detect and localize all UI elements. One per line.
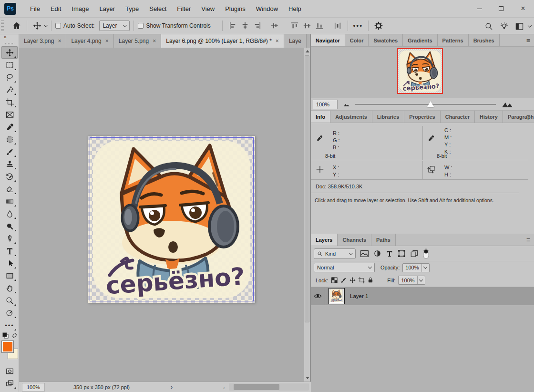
- menu-file[interactable]: File: [25, 2, 45, 15]
- chevron-down-icon[interactable]: [528, 23, 532, 27]
- blend-mode-dropdown[interactable]: Normal: [314, 263, 375, 272]
- lasso-tool[interactable]: [1, 71, 18, 83]
- distribute-horizontally-button[interactable]: [331, 20, 344, 32]
- lock-transparency-button[interactable]: [331, 277, 338, 284]
- layer-thumbnail[interactable]: [329, 289, 344, 304]
- menu-plugins[interactable]: Plugins: [220, 2, 251, 15]
- zoom-out-icon[interactable]: [343, 102, 350, 107]
- blur-tool[interactable]: [1, 207, 18, 220]
- preset-chevron-icon[interactable]: [44, 23, 48, 27]
- opacity-dropdown[interactable]: 100%: [402, 263, 429, 272]
- navigator-zoom-field[interactable]: 100%: [313, 100, 338, 109]
- magic-wand-tool[interactable]: [1, 83, 18, 96]
- navigator-zoom-slider[interactable]: [355, 104, 496, 105]
- clone-stamp-tool[interactable]: [1, 158, 18, 170]
- menu-filter[interactable]: Filter: [172, 2, 196, 15]
- tab-channels[interactable]: Channels: [338, 234, 371, 246]
- edit-toolbar-button[interactable]: •••: [1, 319, 18, 331]
- menu-help[interactable]: Help: [283, 2, 307, 15]
- distribute-bottom-edges-button[interactable]: [313, 20, 326, 32]
- panel-menu-icon[interactable]: ≡: [526, 113, 530, 120]
- filter-type-layers-button[interactable]: [386, 250, 393, 258]
- panel-menu-icon[interactable]: ≡: [526, 37, 530, 44]
- align-left-edges-button[interactable]: [226, 20, 239, 32]
- align-horizontal-centers-button[interactable]: [239, 20, 251, 32]
- crop-tool[interactable]: [1, 96, 18, 108]
- zoom-level-field[interactable]: 100%: [22, 383, 45, 392]
- document-canvas[interactable]: [88, 136, 255, 303]
- doc-tab-truncated[interactable]: Laye: [284, 34, 307, 48]
- tab-info[interactable]: Info: [311, 111, 330, 123]
- tab-properties[interactable]: Properties: [404, 111, 440, 123]
- tab-color[interactable]: Color: [345, 34, 369, 46]
- menu-layer[interactable]: Layer: [94, 2, 121, 15]
- lock-pixels-button[interactable]: [340, 277, 347, 284]
- path-selection-tool[interactable]: [1, 257, 18, 269]
- horizontal-scroll-thumb[interactable]: [234, 384, 279, 390]
- menu-edit[interactable]: Edit: [45, 2, 66, 15]
- auto-select-checkbox[interactable]: [55, 23, 61, 29]
- filter-pixel-layers-button[interactable]: [360, 250, 369, 258]
- minimize-button[interactable]: [468, 0, 490, 17]
- healing-brush-tool[interactable]: [1, 133, 18, 145]
- menu-window[interactable]: Window: [251, 2, 283, 15]
- tab-libraries[interactable]: Libraries: [372, 111, 404, 123]
- filter-smart-objects-button[interactable]: [410, 249, 419, 258]
- pen-tool[interactable]: [1, 232, 18, 245]
- default-colors-icon[interactable]: [2, 332, 9, 339]
- menu-select[interactable]: Select: [144, 2, 172, 15]
- scroll-down-icon[interactable]: [306, 377, 309, 379]
- move-tool-preset[interactable]: [31, 20, 43, 32]
- doc-tab-layer3[interactable]: Layer 3.png×: [19, 34, 66, 48]
- tab-adjustments[interactable]: Adjustments: [330, 111, 372, 123]
- more-align-options-button[interactable]: •••: [352, 20, 364, 32]
- search-button[interactable]: [483, 20, 495, 32]
- doc-tab-layer6-active[interactable]: Layer 6.png @ 100% (Layer 1, RGB/8#) *×: [161, 34, 284, 48]
- foreground-color-swatch[interactable]: [2, 341, 13, 352]
- canvas-area[interactable]: [19, 48, 304, 382]
- scroll-up-icon[interactable]: [306, 50, 309, 52]
- status-options-chevron[interactable]: ›: [171, 384, 173, 391]
- align-right-edges-button[interactable]: [251, 20, 264, 32]
- screen-mode-button[interactable]: [1, 377, 18, 390]
- menu-type[interactable]: Type: [120, 2, 144, 15]
- lock-position-button[interactable]: [349, 277, 356, 284]
- filter-shape-layers-button[interactable]: [398, 249, 406, 258]
- quick-mask-button[interactable]: [1, 365, 18, 377]
- tab-history[interactable]: History: [475, 111, 503, 123]
- show-transform-checkbox[interactable]: [138, 23, 144, 29]
- layer-visibility-toggle[interactable]: [311, 287, 325, 305]
- fill-dropdown[interactable]: 100%: [398, 276, 425, 285]
- lock-artboard-button[interactable]: [358, 277, 365, 284]
- tab-gradients[interactable]: Gradients: [403, 34, 437, 46]
- close-button[interactable]: ×: [512, 0, 534, 17]
- menu-view[interactable]: View: [196, 2, 220, 15]
- zoom-slider-thumb[interactable]: [427, 101, 434, 107]
- type-tool[interactable]: [1, 245, 18, 257]
- move-tool[interactable]: [1, 46, 18, 59]
- maximize-button[interactable]: [490, 0, 512, 17]
- hand-tool[interactable]: [1, 282, 18, 294]
- doc-tab-layer5[interactable]: Layer 5.png×: [114, 34, 161, 48]
- layer-row-selected[interactable]: Layer 1: [311, 287, 534, 305]
- lock-all-button[interactable]: [367, 277, 374, 284]
- vertical-scroll-thumb[interactable]: [305, 55, 309, 322]
- menu-image[interactable]: Image: [66, 2, 94, 15]
- marquee-tool[interactable]: [1, 59, 18, 71]
- vertical-scrollbar[interactable]: [304, 48, 310, 382]
- dodge-tool[interactable]: [1, 220, 18, 232]
- swap-colors-icon[interactable]: [11, 332, 18, 339]
- tool-settings-button[interactable]: [372, 20, 385, 32]
- zoom-tool[interactable]: [1, 294, 18, 307]
- tab-layers[interactable]: Layers: [311, 234, 338, 246]
- gradient-tool[interactable]: [1, 195, 18, 207]
- tab-patterns[interactable]: Patterns: [438, 34, 469, 46]
- align-top-edges-button[interactable]: [268, 20, 281, 32]
- distribute-top-edges-button[interactable]: [288, 20, 301, 32]
- frame-tool[interactable]: [1, 108, 18, 121]
- close-tab-icon[interactable]: ×: [58, 38, 61, 44]
- tab-paths[interactable]: Paths: [371, 234, 396, 246]
- tab-brushes[interactable]: Brushes: [469, 34, 500, 46]
- filter-kind-dropdown[interactable]: Kind: [314, 248, 356, 259]
- tab-swatches[interactable]: Swatches: [369, 34, 403, 46]
